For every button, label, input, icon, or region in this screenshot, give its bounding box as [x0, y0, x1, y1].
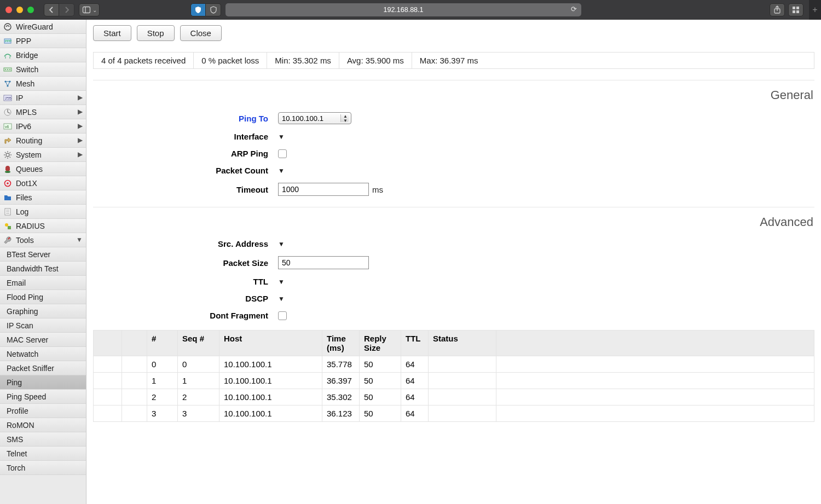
col-seq[interactable]: Seq #: [178, 331, 219, 356]
src-address-expand-icon[interactable]: ▼: [278, 240, 285, 248]
col-blank2[interactable]: [122, 331, 147, 356]
sidebar-item-wireguard[interactable]: WireGuard: [0, 20, 86, 34]
sidebar-subitem-ping-speed[interactable]: Ping Speed: [0, 390, 86, 404]
sidebar-item-label: Dot1X: [16, 179, 37, 188]
sidebar-subitem-romon[interactable]: RoMON: [0, 418, 86, 432]
sidebar-item-log[interactable]: Log: [0, 205, 86, 219]
sidebar-subitem-btest-server[interactable]: BTest Server: [0, 247, 86, 262]
privacy-shield-button[interactable]: [190, 3, 206, 16]
address-bar[interactable]: 192.168.88.1 ⟳: [226, 3, 581, 16]
sidebar-item-label: System: [16, 150, 42, 159]
sidebar-subitem-telnet[interactable]: Telnet: [0, 447, 86, 461]
sidebar-item-mpls[interactable]: MPLS▶: [0, 105, 86, 119]
table-row[interactable]: 0010.100.100.135.7785064: [94, 356, 814, 373]
ping-to-select[interactable]: 10.100.100.1 ▲▼: [278, 112, 351, 124]
new-tab-button[interactable]: +: [809, 0, 821, 20]
table-row[interactable]: 1110.100.100.136.3975064: [94, 373, 814, 389]
stop-button[interactable]: Stop: [137, 25, 175, 41]
svg-point-7: [4, 24, 11, 30]
cell-time: 36.397: [322, 373, 360, 389]
table-row[interactable]: 2210.100.100.135.3025064: [94, 389, 814, 405]
dscp-expand-icon[interactable]: ▼: [278, 295, 285, 303]
sidebar-subitem-bandwidth-test[interactable]: Bandwidth Test: [0, 262, 86, 276]
col-blank1[interactable]: [94, 331, 122, 356]
back-button[interactable]: [44, 3, 59, 16]
timeout-unit: ms: [372, 185, 383, 194]
svg-rect-0: [83, 7, 90, 13]
tabs-overview-button[interactable]: [788, 3, 803, 16]
svg-line-29: [5, 152, 6, 153]
packet-size-input[interactable]: [278, 256, 369, 269]
packet-count-expand-icon[interactable]: ▼: [278, 167, 285, 175]
svg-text:PPP: PPP: [5, 39, 11, 43]
arp-ping-checkbox[interactable]: [278, 149, 287, 158]
sidebar-item-label: IP: [16, 94, 23, 102]
sidebar-subitem-flood-ping[interactable]: Flood Ping: [0, 290, 86, 304]
label-ping-to[interactable]: Ping To: [93, 114, 268, 123]
stats-avg: Avg: 35.900 ms: [339, 53, 412, 68]
ping-stats-bar: 4 of 4 packets received 0 % packet loss …: [93, 52, 814, 69]
reader-button[interactable]: [206, 3, 221, 16]
sidebar-item-label: Ping: [7, 378, 22, 387]
log-icon: [3, 207, 12, 216]
sidebar-item-ipv6[interactable]: v6IPv6▶: [0, 119, 86, 134]
sidebar-item-ppp[interactable]: PPPPPP: [0, 34, 86, 48]
sidebar-item-queues[interactable]: Queues: [0, 162, 86, 176]
share-button[interactable]: [770, 3, 785, 16]
sidebar-item-tools[interactable]: Tools▼: [0, 233, 86, 247]
sidebar-subitem-netwatch[interactable]: Netwatch: [0, 347, 86, 361]
section-advanced-title: Advanced: [93, 213, 814, 230]
sidebar-item-dot1x[interactable]: Dot1X: [0, 176, 86, 190]
cell-seq: 2: [178, 389, 219, 405]
cell-seq: 3: [178, 405, 219, 422]
cell-reply: 50: [360, 373, 401, 389]
sidebar-item-radius[interactable]: RADIUS: [0, 219, 86, 233]
sidebar-item-ip[interactable]: 255IP▶: [0, 91, 86, 105]
sidebar-item-switch[interactable]: Switch: [0, 62, 86, 77]
browser-titlebar: ⌄ 192.168.88.1 ⟳ +: [0, 0, 821, 20]
dont-fragment-checkbox[interactable]: [278, 311, 287, 320]
col-ttl[interactable]: TTL: [401, 331, 429, 356]
interface-expand-icon[interactable]: ▼: [278, 133, 285, 141]
col-blank3[interactable]: [496, 331, 814, 356]
ttl-expand-icon[interactable]: ▼: [278, 278, 285, 286]
sidebar-subitem-sms[interactable]: SMS: [0, 432, 86, 447]
maximize-window-icon[interactable]: [27, 7, 34, 13]
col-reply[interactable]: Reply Size: [360, 331, 401, 356]
sidebar-subitem-ping[interactable]: Ping: [0, 375, 86, 390]
forward-button[interactable]: [59, 3, 74, 16]
sidebar: WireGuardPPPPPPBridgeSwitchMesh255IP▶MPL…: [0, 20, 86, 504]
reload-icon[interactable]: ⟳: [571, 5, 577, 13]
nav-back-forward: [44, 3, 74, 16]
sidebar-subitem-mac-server[interactable]: MAC Server: [0, 333, 86, 347]
ping-to-value: 10.100.100.1: [282, 114, 323, 123]
col-status[interactable]: Status: [429, 331, 496, 356]
sidebar-subitem-packet-sniffer[interactable]: Packet Sniffer: [0, 361, 86, 375]
timeout-input[interactable]: [278, 183, 369, 196]
sidebar-subitem-profile[interactable]: Profile: [0, 404, 86, 418]
sidebar-subitem-ip-scan[interactable]: IP Scan: [0, 318, 86, 333]
cell-host: 10.100.100.1: [219, 373, 322, 389]
col-time[interactable]: Time (ms): [322, 331, 360, 356]
sidebar-subitem-torch[interactable]: Torch: [0, 461, 86, 475]
close-button[interactable]: Close: [180, 25, 222, 41]
col-host[interactable]: Host: [219, 331, 322, 356]
cell-time: 36.123: [322, 405, 360, 422]
sidebar-item-label: RoMON: [7, 421, 34, 430]
sidebar-item-mesh[interactable]: Mesh: [0, 77, 86, 91]
sidebar-item-bridge[interactable]: Bridge: [0, 48, 86, 62]
sidebar-toggle-button[interactable]: ⌄: [79, 3, 100, 16]
label-packet-count: Packet Count: [93, 166, 268, 175]
sidebar-item-system[interactable]: System▶: [0, 148, 86, 162]
sidebar-item-files[interactable]: Files: [0, 190, 86, 205]
sidebar-item-label: Queues: [16, 165, 43, 173]
table-row[interactable]: 3310.100.100.136.1235064: [94, 405, 814, 422]
minimize-window-icon[interactable]: [16, 7, 23, 13]
col-num[interactable]: #: [147, 331, 178, 356]
close-window-icon[interactable]: [5, 7, 12, 13]
start-button[interactable]: Start: [93, 25, 131, 41]
sidebar-item-routing[interactable]: Routing▶: [0, 134, 86, 148]
sidebar-subitem-email[interactable]: Email: [0, 276, 86, 290]
expand-icon: ▼: [76, 236, 83, 244]
sidebar-subitem-graphing[interactable]: Graphing: [0, 304, 86, 318]
